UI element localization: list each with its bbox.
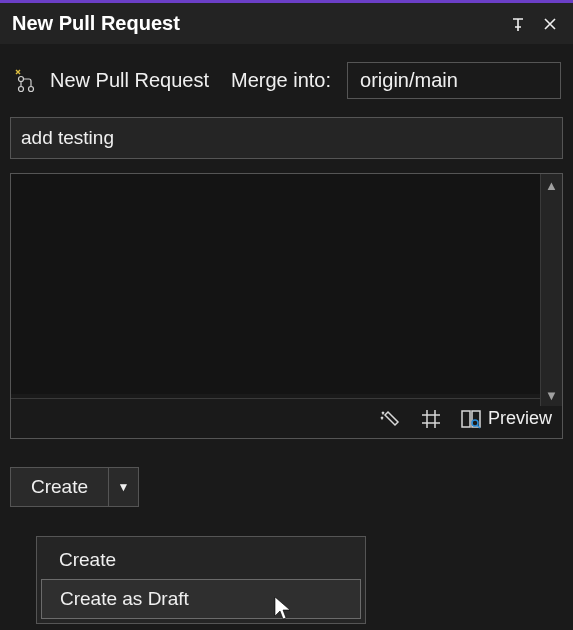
create-dropdown-menu: Create Create as Draft [36,536,366,624]
new-pull-request-panel: New Pull Request New Pull Request Merg [0,0,573,630]
dropdown-item-create-as-draft[interactable]: Create as Draft [41,579,361,619]
preview-label: Preview [488,408,552,429]
create-split-button: Create ▼ [10,467,139,507]
merge-into-label: Merge into: [231,69,331,92]
svg-point-0 [19,76,24,81]
target-branch-selector[interactable]: origin/main [347,62,561,99]
description-toolbar: Preview [11,398,562,438]
panel-title-bar: New Pull Request [0,0,573,44]
markdown-heading-icon[interactable] [418,406,444,432]
panel-title: New Pull Request [12,12,180,35]
pin-icon[interactable] [507,13,529,35]
create-dropdown-toggle[interactable]: ▼ [108,468,138,506]
dropdown-item-create[interactable]: Create [41,541,361,579]
chevron-down-icon: ▼ [118,480,130,494]
pr-header-label: New Pull Request [50,69,209,92]
pr-header-row: New Pull Request Merge into: origin/main [10,62,563,99]
description-scrollbar[interactable]: ▲ ▼ [540,174,562,406]
create-button-row: Create ▼ [10,467,563,507]
svg-point-2 [29,86,34,91]
pr-description-container: ▲ ▼ Preview [10,173,563,439]
scroll-up-arrow[interactable]: ▲ [541,174,562,196]
svg-point-1 [19,86,24,91]
preview-button[interactable]: Preview [460,408,552,430]
pr-title-input[interactable] [10,117,563,159]
svg-rect-3 [462,411,470,427]
scroll-down-arrow[interactable]: ▼ [541,384,562,406]
close-icon[interactable] [539,13,561,35]
pr-description-input[interactable] [11,174,562,394]
panel-content: New Pull Request Merge into: origin/main… [0,44,573,517]
create-button[interactable]: Create [11,468,108,506]
new-pull-request-icon [12,68,38,94]
ai-suggest-icon[interactable] [376,406,402,432]
